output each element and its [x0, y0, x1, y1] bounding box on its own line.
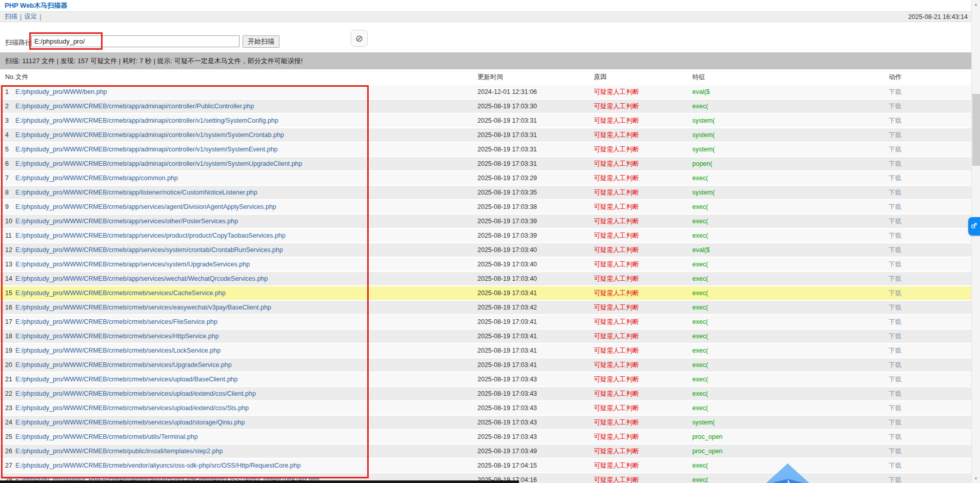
column-header-no: No. [0, 69, 15, 85]
row-number: 24 [0, 416, 15, 429]
scroll-down-icon[interactable]: ▼ [972, 474, 980, 483]
row-reason: 可疑需人工判断 [594, 347, 639, 354]
download-link[interactable]: 下载 [889, 175, 902, 182]
download-link[interactable]: 下载 [889, 304, 902, 311]
row-reason: 可疑需人工判断 [594, 146, 639, 153]
download-link[interactable]: 下载 [889, 103, 902, 110]
file-link[interactable]: E:/phpstudy_pro/WWW/CRMEB/crmeb/app/serv… [15, 275, 268, 282]
current-datetime: 2025-08-21 16:43:14 [908, 13, 968, 21]
row-signature: system( [692, 189, 715, 196]
download-link[interactable]: 下载 [889, 476, 902, 483]
scan-path-input[interactable] [31, 35, 239, 47]
row-updated-time: 2025-08-19 17:03:43 [477, 387, 594, 400]
download-link[interactable]: 下载 [889, 347, 902, 354]
column-header-time: 更新时间 [477, 69, 594, 85]
floating-widget-button[interactable] [968, 217, 980, 236]
download-link[interactable]: 下载 [889, 146, 902, 153]
download-link[interactable]: 下载 [889, 117, 902, 124]
nav-item-scan[interactable]: 扫描 [5, 12, 17, 21]
file-link[interactable]: E:/phpstudy_pro/WWW/CRMEB/crmeb/app/admi… [15, 103, 254, 110]
file-link[interactable]: E:/phpstudy_pro/WWW/CRMEB/crmeb/app/serv… [15, 232, 286, 239]
download-link[interactable]: 下载 [889, 275, 902, 282]
row-reason: 可疑需人工判断 [594, 175, 639, 182]
file-link[interactable]: E:/phpstudy_pro/WWW/CRMEB/crmeb/crmeb/se… [15, 289, 226, 297]
download-link[interactable]: 下载 [889, 189, 902, 196]
download-link[interactable]: 下载 [889, 333, 902, 340]
file-link[interactable]: E:/phpstudy_pro/WWW/CRMEB/crmeb/crmeb/se… [15, 361, 232, 369]
row-number: 12 [0, 243, 15, 257]
download-link[interactable]: 下载 [889, 462, 902, 469]
start-scan-button[interactable]: 开始扫描 [243, 35, 279, 48]
row-reason: 可疑需人工判断 [594, 131, 639, 139]
file-link[interactable]: E:/phpstudy_pro/WWW/CRMEB/crmeb/crmeb/se… [15, 333, 219, 340]
file-link[interactable]: E:/phpstudy_pro/WWW/CRMEB/crmeb/app/comm… [15, 175, 178, 182]
row-updated-time: 2025-08-19 17:03:43 [477, 430, 594, 443]
download-link[interactable]: 下载 [889, 218, 902, 225]
download-link[interactable]: 下载 [889, 448, 902, 455]
file-link[interactable]: E:/phpstudy_pro/WWW/CRMEB/crmeb/crmeb/se… [15, 376, 238, 383]
row-updated-time: 2025-08-19 17:03:43 [477, 401, 594, 415]
file-link[interactable]: E:/phpstudy_pro/WWW/CRMEB/crmeb/vendor/a… [15, 462, 301, 469]
download-link[interactable]: 下载 [889, 203, 902, 210]
file-link[interactable]: E:/phpstudy_pro/WWW/CRMEB/crmeb/crmeb/se… [15, 318, 217, 325]
table-row: 3 E:/phpstudy_pro/WWW/CRMEB/crmeb/app/ad… [0, 114, 971, 128]
nav-item-settings[interactable]: 设定 [24, 12, 37, 21]
download-link[interactable]: 下载 [889, 433, 902, 440]
file-link[interactable]: E:/phpstudy_pro/WWW/CRMEB/crmeb/public/i… [15, 448, 223, 455]
table-row: 9 E:/phpstudy_pro/WWW/CRMEB/crmeb/app/se… [0, 200, 971, 215]
row-signature: exec( [692, 103, 708, 110]
download-link[interactable]: 下载 [889, 88, 902, 95]
row-number: 15 [0, 286, 15, 300]
file-link[interactable]: E:/phpstudy_pro/WWW/CRMEB/crmeb/crmeb/se… [15, 347, 221, 354]
download-link[interactable]: 下载 [889, 404, 902, 412]
download-link[interactable]: 下载 [889, 261, 902, 268]
nav-links: 扫描 | 设定 | [5, 12, 42, 21]
file-link[interactable]: E:/phpstudy_pro/WWW/CRMEB/crmeb/app/admi… [15, 117, 278, 124]
table-row: 26 E:/phpstudy_pro/WWW/CRMEB/crmeb/publi… [0, 445, 971, 459]
row-reason: 可疑需人工判断 [594, 333, 639, 340]
table-header: No. 文件 更新时间 原因 特征 动作 [0, 69, 971, 85]
table-row: 23 E:/phpstudy_pro/WWW/CRMEB/crmeb/crmeb… [0, 401, 971, 416]
file-link[interactable]: E:/phpstudy_pro/WWW/CRMEB/crmeb/app/list… [15, 189, 257, 196]
results-table: No. 文件 更新时间 原因 特征 动作 1 E:/phpstudy_pro/W… [0, 69, 971, 483]
row-number: 4 [0, 128, 15, 142]
download-link[interactable]: 下载 [889, 361, 902, 369]
file-link[interactable]: E:/phpstudy_pro/WWW/ben.php [15, 88, 107, 95]
file-link[interactable]: E:/phpstudy_pro/WWW/CRMEB/crmeb/crmeb/se… [15, 304, 271, 311]
row-updated-time: 2025-08-19 17:03:42 [477, 301, 594, 314]
download-link[interactable]: 下载 [889, 246, 902, 254]
file-link[interactable]: E:/phpstudy_pro/WWW/CRMEB/crmeb/app/admi… [15, 131, 284, 139]
file-link[interactable]: E:/phpstudy_pro/WWW/CRMEB/crmeb/app/admi… [15, 160, 302, 167]
download-link[interactable]: 下载 [889, 318, 902, 325]
row-signature: eval($ [692, 246, 710, 254]
file-link[interactable]: E:/phpstudy_pro/WWW/CRMEB/crmeb/crmeb/se… [15, 419, 245, 426]
row-number: 14 [0, 272, 15, 285]
file-link[interactable]: E:/phpstudy_pro/WWW/CRMEB/crmeb/app/serv… [15, 246, 283, 254]
table-row: 20 E:/phpstudy_pro/WWW/CRMEB/crmeb/crmeb… [0, 358, 971, 373]
file-link[interactable]: E:/phpstudy_pro/WWW/CRMEB/crmeb/app/serv… [15, 203, 276, 210]
download-link[interactable]: 下载 [889, 376, 902, 383]
download-link[interactable]: 下载 [889, 419, 902, 426]
table-row: 12 E:/phpstudy_pro/WWW/CRMEB/crmeb/app/s… [0, 243, 971, 258]
stop-scan-button[interactable]: ⊘ [351, 30, 368, 47]
scroll-up-icon[interactable]: ▲ [972, 0, 980, 9]
download-link[interactable]: 下载 [889, 131, 902, 139]
file-link[interactable]: E:/phpstudy_pro/WWW/CRMEB/crmeb/app/admi… [15, 146, 277, 153]
table-row: 7 E:/phpstudy_pro/WWW/CRMEB/crmeb/app/co… [0, 171, 971, 186]
table-row: 8 E:/phpstudy_pro/WWW/CRMEB/crmeb/app/li… [0, 186, 971, 200]
file-link[interactable]: E:/phpstudy_pro/WWW/CRMEB/crmeb/crmeb/se… [15, 390, 256, 397]
download-link[interactable]: 下载 [889, 160, 902, 167]
table-row: 27 E:/phpstudy_pro/WWW/CRMEB/crmeb/vendo… [0, 459, 971, 473]
file-link[interactable]: E:/phpstudy_pro/WWW/CRMEB/crmeb/crmeb/se… [15, 404, 249, 412]
scrollbar-thumb[interactable] [972, 94, 980, 166]
download-link[interactable]: 下载 [889, 289, 902, 297]
file-link[interactable]: E:/phpstudy_pro/WWW/CRMEB/crmeb/app/serv… [15, 261, 250, 268]
file-link[interactable]: E:/phpstudy_pro/WWW/CRMEB/crmeb/app/serv… [15, 218, 238, 225]
download-link[interactable]: 下载 [889, 232, 902, 239]
row-number: 26 [0, 445, 15, 458]
file-link[interactable]: E:/phpstudy_pro/WWW/CRMEB/crmeb/crmeb/ut… [15, 433, 198, 440]
row-reason: 可疑需人工判断 [594, 361, 639, 369]
download-link[interactable]: 下载 [889, 390, 902, 397]
row-reason: 可疑需人工判断 [594, 160, 639, 167]
vertical-scrollbar[interactable]: ▲ ▼ [971, 0, 980, 483]
